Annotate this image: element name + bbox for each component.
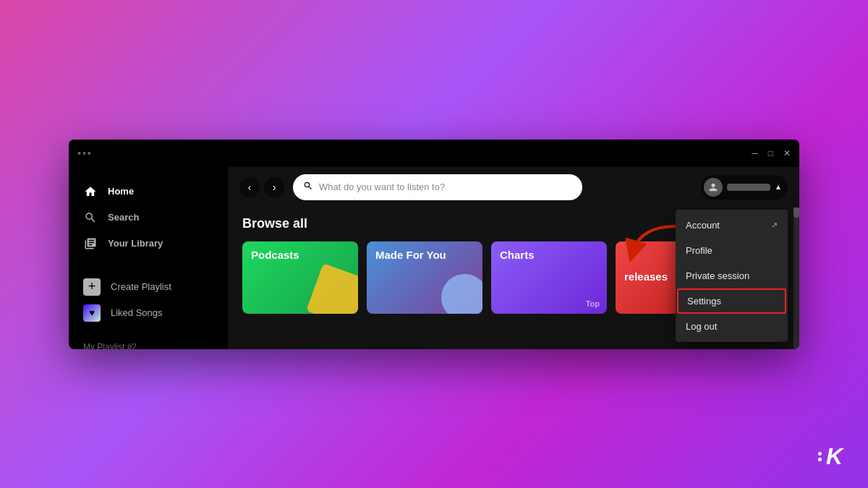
heart-icon: ♥ (83, 304, 101, 322)
logo-dots (818, 452, 822, 461)
sidebar: Home Search Your (69, 167, 228, 349)
search-label: Search (108, 212, 139, 223)
dropdown-logout[interactable]: Log out (676, 314, 788, 339)
profile-label: Profile (686, 245, 712, 256)
avatar (704, 178, 723, 197)
title-bar-controls: ─ □ ✕ (752, 148, 791, 158)
search-placeholder: What do you want to listen to? (319, 181, 572, 192)
library-label: Your Library (108, 238, 163, 249)
minimize-button[interactable]: ─ (752, 148, 758, 158)
main-area: Home Search Your (69, 167, 799, 349)
sidebar-item-create-playlist[interactable]: + Create Playlist (69, 274, 228, 300)
charts-top-label: Top (586, 299, 600, 308)
home-icon (83, 184, 98, 199)
title-dots: ••• (77, 147, 93, 159)
knowtechie-logo: K (818, 443, 843, 470)
search-nav-icon (83, 210, 98, 225)
podcasts-label: Podcasts (251, 249, 299, 261)
dropdown-settings[interactable]: Settings (677, 288, 786, 314)
private-session-label: Private session (686, 270, 749, 281)
close-button[interactable]: ✕ (783, 148, 791, 158)
sidebar-item-search[interactable]: Search (69, 205, 228, 231)
playlist-label[interactable]: My Playlist #2 (69, 338, 228, 349)
sidebar-item-liked-songs[interactable]: ♥ Liked Songs (69, 300, 228, 326)
plus-icon: + (83, 278, 101, 296)
charts-label: Charts (500, 249, 535, 261)
back-button[interactable]: ‹ (239, 177, 260, 197)
home-label: Home (108, 186, 134, 197)
dropdown-profile[interactable]: Profile (676, 238, 788, 263)
dropdown-menu: Account ↗ Profile Private session Settin… (676, 210, 788, 342)
forward-button[interactable]: › (264, 177, 284, 197)
search-bar-icon (303, 181, 313, 193)
sidebar-item-home[interactable]: Home (69, 179, 228, 205)
podcasts-decoration (306, 263, 358, 314)
dropdown-account[interactable]: Account ↗ (676, 213, 788, 238)
user-button[interactable]: ▲ (701, 175, 788, 200)
username-placeholder (727, 184, 770, 191)
chevron-up-icon: ▲ (775, 183, 782, 191)
sidebar-item-library[interactable]: Your Library (69, 231, 228, 257)
card-made-for-you[interactable]: Made For You (367, 241, 482, 314)
logout-label: Log out (686, 321, 717, 332)
card-podcasts[interactable]: Podcasts (242, 241, 358, 314)
card-charts[interactable]: Charts Top (491, 241, 607, 314)
nav-buttons: ‹ › (239, 177, 284, 197)
content-area: ‹ › What do you want to listen to? (228, 167, 799, 349)
logo-letter: K (826, 443, 843, 470)
title-bar-dots: ••• (77, 147, 93, 159)
account-label: Account (686, 220, 720, 231)
maximize-button[interactable]: □ (768, 148, 773, 158)
library-icon (83, 236, 98, 251)
made-for-you-decoration (436, 268, 482, 313)
new-releases-label: releases (624, 270, 668, 283)
title-bar: ••• ─ □ ✕ (69, 140, 799, 167)
search-bar[interactable]: What do you want to listen to? (293, 174, 582, 200)
dropdown-private-session[interactable]: Private session (676, 263, 788, 288)
settings-label: Settings (687, 296, 721, 307)
user-area: ▲ Account ↗ Profile Private session (701, 175, 788, 200)
top-bar: ‹ › What do you want to listen to? (228, 167, 799, 207)
logo-dot-2 (818, 458, 822, 461)
create-playlist-label: Create Playlist (111, 281, 171, 292)
sidebar-nav: Home Search Your (69, 173, 228, 262)
made-for-you-label: Made For You (375, 249, 446, 261)
liked-songs-label: Liked Songs (111, 307, 163, 318)
external-link-icon: ↗ (771, 221, 778, 230)
app-window: ••• ─ □ ✕ Home (69, 140, 799, 349)
logo-dot-1 (818, 452, 822, 455)
